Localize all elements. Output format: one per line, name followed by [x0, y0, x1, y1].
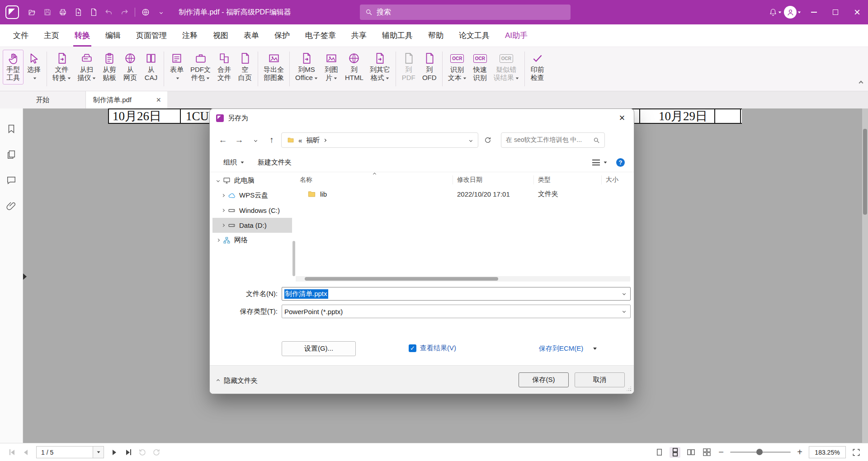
ribbon-button-to-ofd[interactable]: 到OFD: [419, 50, 440, 85]
resize-grip[interactable]: [627, 386, 631, 391]
ribbon-button-file-convert[interactable]: 文件转换: [49, 50, 74, 85]
column-type[interactable]: 类型: [534, 175, 602, 184]
menu-page-manage[interactable]: 页面管理: [128, 24, 175, 47]
checkbox-checked-icon[interactable]: ✓: [409, 344, 416, 352]
menu-form[interactable]: 表单: [236, 24, 267, 47]
view-result-checkbox[interactable]: ✓ 查看结果(V): [409, 344, 456, 353]
dialog-search-input[interactable]: 在 seo软文工作培训包 中...: [501, 132, 605, 148]
ecm-dropdown-icon[interactable]: [593, 348, 597, 350]
first-page-icon[interactable]: [6, 447, 17, 458]
global-search-input[interactable]: 搜索: [360, 5, 571, 20]
hide-folders-button[interactable]: 隐藏文件夹: [217, 376, 258, 385]
expand-icon[interactable]: [222, 194, 225, 197]
expand-icon[interactable]: [222, 209, 225, 212]
close-button[interactable]: ×: [846, 0, 868, 24]
tree-item-data-d[interactable]: Data (D:): [212, 218, 292, 233]
tree-scrollbar[interactable]: [292, 173, 296, 282]
facing-view-icon[interactable]: [685, 447, 696, 458]
ribbon-button-hand-tool[interactable]: 手型工具: [3, 50, 24, 85]
page-number-input[interactable]: 1 / 5: [36, 446, 104, 458]
comments-panel-icon[interactable]: [6, 175, 16, 185]
menu-edit[interactable]: 编辑: [98, 24, 128, 47]
scrollbar-thumb[interactable]: [305, 277, 498, 281]
facing-continuous-view-icon[interactable]: [701, 447, 712, 458]
address-bar[interactable]: « 福昕: [281, 132, 478, 148]
page-dropdown-icon[interactable]: [93, 447, 104, 458]
up-icon[interactable]: ↑: [265, 133, 278, 147]
recent-locations-icon[interactable]: [249, 133, 262, 147]
dialog-close-icon[interactable]: ×: [610, 109, 634, 127]
last-page-icon[interactable]: [123, 447, 134, 458]
document-scrollbar[interactable]: [862, 108, 868, 443]
back-icon[interactable]: ←: [216, 133, 230, 147]
menu-home[interactable]: 主页: [36, 24, 67, 47]
filetype-select[interactable]: PowerPoint (*.pptx): [282, 305, 631, 318]
ribbon-button-ocr-text[interactable]: OCR 识别文本: [445, 50, 470, 85]
maximize-button[interactable]: [825, 0, 846, 24]
menu-esign[interactable]: 电子签章: [297, 24, 344, 47]
menu-convert[interactable]: 转换: [67, 24, 98, 47]
zoom-slider-thumb[interactable]: [756, 449, 763, 455]
menu-file[interactable]: 文件: [5, 24, 36, 47]
new-folder-button[interactable]: 新建文件夹: [258, 158, 292, 167]
expand-panel-arrow[interactable]: [23, 273, 27, 280]
ribbon-button-select[interactable]: 选择: [24, 50, 44, 85]
menu-paper-tools[interactable]: 论文工具: [451, 24, 497, 47]
single-page-view-icon[interactable]: [654, 447, 665, 458]
expand-icon[interactable]: [217, 239, 220, 242]
ribbon-button-to-image[interactable]: 到图片: [321, 50, 342, 85]
breadcrumb-ellipsis[interactable]: «: [298, 136, 302, 144]
ribbon-button-from-clipboard[interactable]: 从剪贴板: [99, 50, 120, 85]
ribbon-button-to-other-formats[interactable]: 到其它格式: [367, 50, 393, 85]
menu-ai-assistant[interactable]: AI助手: [497, 24, 535, 47]
column-date-modified[interactable]: 修改日期: [453, 175, 534, 184]
close-tab-icon[interactable]: ×: [154, 95, 163, 105]
file-list-hscrollbar[interactable]: [296, 276, 630, 282]
open-file-icon[interactable]: [24, 5, 40, 20]
settings-button[interactable]: 设置(G)...: [282, 341, 356, 356]
ribbon-button-export-all-images[interactable]: 导出全部图象: [260, 50, 287, 85]
menu-view[interactable]: 视图: [205, 24, 236, 47]
combo-dropdown-icon[interactable]: [623, 292, 626, 295]
menu-protect[interactable]: 保护: [267, 24, 297, 47]
page-thumbnails-icon[interactable]: [6, 150, 16, 160]
address-dropdown-icon[interactable]: [469, 138, 472, 141]
save-button[interactable]: 保存(S): [519, 372, 569, 387]
create-pdf-icon[interactable]: [86, 5, 101, 20]
tree-item-wps-cloud[interactable]: WPS云盘: [212, 188, 292, 203]
redo-icon[interactable]: [117, 5, 132, 20]
zoom-level-input[interactable]: 183.25%: [809, 446, 846, 458]
ribbon-button-ocr-quick[interactable]: OCR 快速识别: [470, 50, 491, 85]
bookmarks-panel-icon[interactable]: [6, 124, 16, 134]
tab-document[interactable]: 制作清单.pdf ×: [86, 91, 167, 108]
ribbon-button-from-web[interactable]: 从网页: [120, 50, 141, 85]
ribbon-button-form[interactable]: 表单: [166, 50, 187, 85]
column-size[interactable]: 大小: [602, 175, 630, 184]
combo-dropdown-icon[interactable]: [623, 310, 626, 313]
notifications-bell-icon[interactable]: [769, 5, 782, 20]
collapse-ribbon-icon[interactable]: [859, 78, 863, 86]
previous-page-icon[interactable]: [20, 447, 31, 458]
scrollbar-thumb[interactable]: [863, 129, 867, 215]
scrollbar-thumb[interactable]: [292, 241, 295, 276]
tree-item-this-pc[interactable]: 此电脑: [212, 173, 292, 188]
ribbon-button-to-html[interactable]: 到HTML: [342, 50, 367, 85]
breadcrumb-folder[interactable]: 福昕: [306, 136, 320, 145]
forward-icon[interactable]: →: [232, 133, 246, 147]
account-avatar[interactable]: [782, 5, 803, 20]
view-mode-button[interactable]: [592, 160, 607, 165]
menu-help[interactable]: 帮助: [420, 24, 451, 47]
zoom-slider[interactable]: [730, 452, 791, 453]
ribbon-button-pdf-package[interactable]: PDF文件包: [187, 50, 214, 85]
minimize-button[interactable]: [803, 0, 825, 24]
next-page-icon[interactable]: [109, 447, 120, 458]
tab-start[interactable]: 开始: [0, 91, 86, 108]
column-name[interactable]: 名称: [296, 175, 453, 184]
cancel-button[interactable]: 取消: [575, 372, 625, 387]
file-row-lib[interactable]: lib 2022/10/20 17:01 文件夹: [296, 187, 630, 202]
save-to-ecm-button[interactable]: 保存到ECM(E): [539, 344, 583, 353]
refresh-icon[interactable]: [481, 133, 495, 147]
attachments-panel-icon[interactable]: [6, 201, 16, 211]
zoom-in-icon[interactable]: +: [796, 447, 804, 457]
ribbon-button-to-ms-office[interactable]: 到MSOffice: [292, 50, 321, 85]
